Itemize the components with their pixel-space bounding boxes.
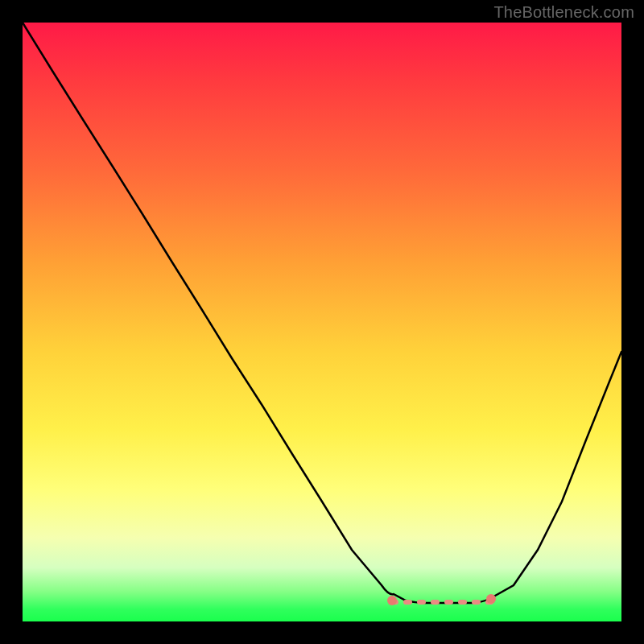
plot-area <box>23 23 621 621</box>
curve-path <box>23 23 621 603</box>
flat-segment-start-dot <box>387 596 397 605</box>
flat-segment-end-dot <box>486 594 496 604</box>
chart-frame: TheBottleneck.com <box>0 0 644 644</box>
bottleneck-curve <box>23 23 621 621</box>
attribution-text: TheBottleneck.com <box>493 3 634 22</box>
